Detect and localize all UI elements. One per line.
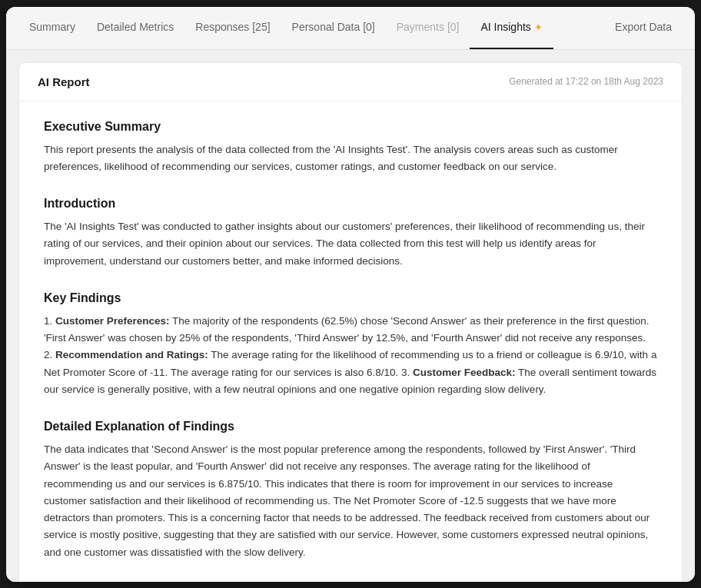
content-area: AI Report Generated at 17:22 on 18th Aug… <box>6 50 695 582</box>
tab-responses[interactable]: Responses [25] <box>184 7 281 50</box>
section-text-detailed-explanation: The data indicates that 'Second Answer' … <box>44 441 657 561</box>
star-icon: ✦ <box>534 22 543 33</box>
report-header: AI Report Generated at 17:22 on 18th Aug… <box>19 63 682 101</box>
section-detailed-explanation: Detailed Explanation of Findings The dat… <box>44 420 657 561</box>
tab-ai-insights[interactable]: AI Insights ✦ <box>470 7 553 50</box>
tab-bar: Summary Detailed Metrics Responses [25] … <box>6 7 695 50</box>
report-title: AI Report <box>38 75 90 88</box>
report-generated-at: Generated at 17:22 on 18th Aug 2023 <box>509 76 663 87</box>
section-heading-key-findings: Key Findings <box>44 291 657 305</box>
tab-summary[interactable]: Summary <box>18 7 86 50</box>
section-heading-introduction: Introduction <box>44 197 657 211</box>
app-window: Summary Detailed Metrics Responses [25] … <box>6 7 695 582</box>
section-heading-executive-summary: Executive Summary <box>44 120 657 134</box>
section-text-executive-summary: This report presents the analysis of the… <box>44 141 657 176</box>
report-body: Executive Summary This report presents t… <box>19 101 682 582</box>
tab-detailed-metrics[interactable]: Detailed Metrics <box>86 7 184 50</box>
tab-export-data[interactable]: Export Data <box>604 7 683 50</box>
tab-personal-data[interactable]: Personal Data [0] <box>281 7 386 50</box>
section-executive-summary: Executive Summary This report presents t… <box>44 120 657 176</box>
section-introduction: Introduction The 'AI Insights Test' was … <box>44 197 657 270</box>
section-text-introduction: The 'AI Insights Test' was conducted to … <box>44 218 657 270</box>
section-heading-detailed-explanation: Detailed Explanation of Findings <box>44 420 657 434</box>
report-card: AI Report Generated at 17:22 on 18th Aug… <box>18 62 683 582</box>
tab-payments[interactable]: Payments [0] <box>386 7 470 50</box>
section-key-findings: Key Findings 1. Customer Preferences: Th… <box>44 291 657 398</box>
section-text-key-findings: 1. Customer Preferences: The majority of… <box>44 313 657 398</box>
